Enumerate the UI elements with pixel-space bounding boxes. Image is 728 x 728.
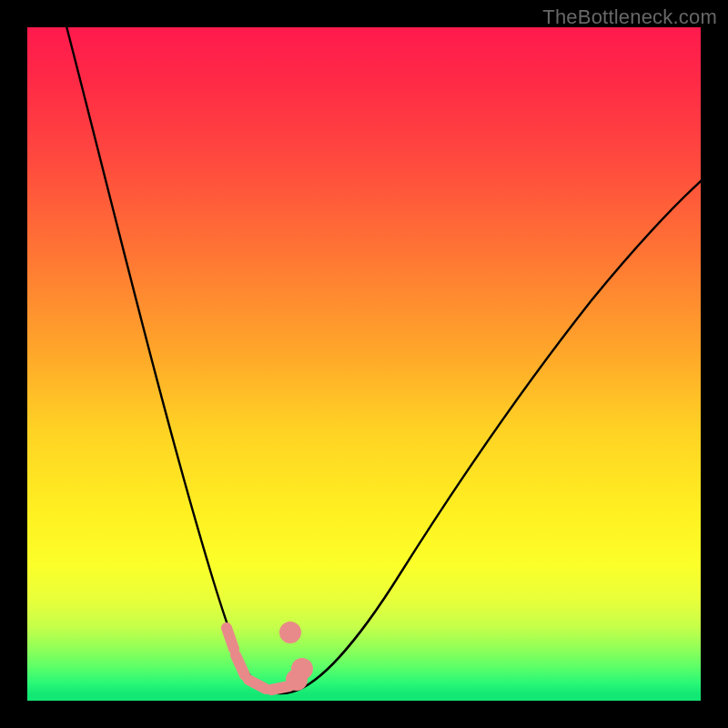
bottleneck-curve [66, 23, 710, 693]
chart-frame: TheBottleneck.com [0, 0, 728, 728]
valley-markers [227, 627, 308, 690]
curve-layer [27, 27, 701, 701]
svg-line-6 [293, 672, 300, 684]
svg-line-3 [271, 686, 289, 690]
svg-line-1 [236, 655, 245, 675]
svg-line-2 [248, 680, 266, 689]
svg-point-7 [285, 627, 296, 638]
watermark-text: TheBottleneck.com [542, 5, 717, 29]
svg-line-0 [227, 628, 234, 649]
